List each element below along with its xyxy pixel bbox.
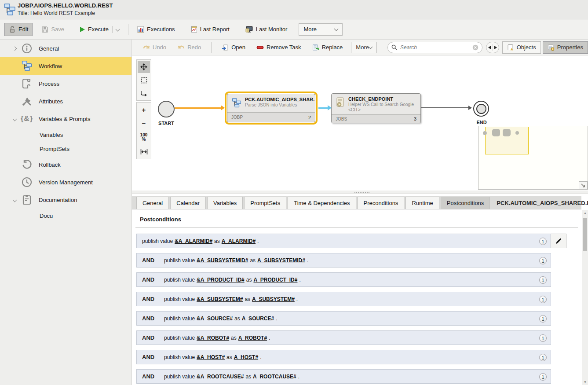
minimap[interactable] [478,126,588,190]
edit-row-button[interactable] [551,234,566,248]
tab-preconditions[interactable]: Preconditions [358,197,405,209]
zoom-level[interactable]: 100 % [138,130,150,145]
panel-scrollbar[interactable]: ▲ ▼ [582,210,588,385]
source-variable-link[interactable]: &A_HOST# [197,354,225,360]
clear-search-icon[interactable] [472,44,478,51]
tab-variables[interactable]: Variables [207,197,243,209]
sidebar-item-docu[interactable]: Docu [0,209,131,223]
terminator-label: . [296,296,298,302]
open-button[interactable]: Open [219,42,248,53]
panel-splitter[interactable] [132,191,588,194]
as-label: as [246,277,252,283]
tab-runtime[interactable]: Runtime [405,197,439,209]
tab-postconditions[interactable]: Postconditions [441,197,490,209]
edge-pck-to-check[interactable] [318,107,328,109]
undo-button[interactable]: Undo [140,42,169,53]
target-variable-link[interactable]: A_SUBSYSTEM# [252,296,295,302]
remove-task-button[interactable]: Remove Task [253,42,304,53]
save-icon [41,26,48,33]
target-variable-link[interactable]: A_ROOTCAUSE# [253,374,296,380]
postcondition-row[interactable]: ANDpublish value&A_SOURCE#asA_SOURCE#.1 [136,311,551,326]
sidebar-item-general[interactable]: General [0,40,131,57]
postcondition-row[interactable]: ANDpublish value&A_ROOTCAUSE#asA_ROOTCAU… [136,369,551,384]
source-variable-link[interactable]: &A_SOURCE# [197,315,233,322]
row-count-badge: 1 [539,334,547,342]
source-variable-link[interactable]: &A_ROOTCAUSE# [197,374,244,380]
objects-button[interactable]: Objects [502,41,541,54]
sidebar-item-process[interactable]: Process [0,75,131,92]
last-monitor-button[interactable]: Last Monitor [241,23,292,36]
canvas-more-dropdown[interactable]: More [351,42,377,53]
tab-calendar[interactable]: Calendar [170,197,206,209]
node-pck-automic-aiops[interactable]: PCK.AUTOMIC_AIOPS_SHAR... Parse JSON int… [227,94,315,122]
target-variable-link[interactable]: A_PRODUCT_ID# [253,277,297,283]
previous-result-button[interactable] [486,42,493,53]
connector-tool-button[interactable] [138,87,150,99]
postcondition-row[interactable]: ANDpublish value&A_SUBSYSTEM#asA_SUBSYST… [136,292,551,306]
postcondition-row[interactable]: publish value&A_ALARMID#asA_ALARMID#.1 [136,234,551,248]
more-dropdown[interactable]: More [299,23,343,36]
zoom-in-button[interactable]: + [138,103,150,116]
sidebar-item-documentation[interactable]: Documentation [0,191,131,209]
save-button[interactable]: Save [37,23,69,36]
action-label: publish value [164,296,195,302]
search-input[interactable] [400,44,469,51]
fit-width-button[interactable] [138,146,150,158]
zoom-out-button[interactable]: − [138,117,150,129]
workflow-canvas[interactable]: + − 100 % START [132,55,588,191]
select-tool-button[interactable] [138,74,150,86]
scroll-down-icon[interactable]: ▼ [582,379,588,385]
target-variable-link[interactable]: A_HOST# [234,354,258,360]
sidebar-item-attributes[interactable]: Attributes [0,92,131,110]
node-check-endpoint[interactable]: CHECK_ENDPOINT Helper WS Call to Search … [331,93,421,123]
sidebar-item-rollback[interactable]: Rollback [0,156,131,173]
tab-time-dependencies[interactable]: Time & Dependencies [288,197,356,209]
execute-split-divider [112,26,113,33]
sidebar-item-version-management[interactable]: Version Management [0,173,131,191]
scroll-up-icon[interactable]: ▲ [582,210,588,216]
source-variable-link[interactable]: &A_SUBSYSTEMID# [197,257,248,264]
last-report-button[interactable]: Last Report [186,23,234,36]
source-variable-link[interactable]: &A_SUBSYSTEM# [197,296,243,302]
pan-tool-button[interactable] [138,61,150,73]
edge-check-to-end[interactable] [421,107,469,108]
source-variable-link[interactable]: &A_ALARMID# [175,238,212,244]
replace-button[interactable]: Replace [309,42,346,53]
action-label: publish value [164,277,195,283]
edit-button[interactable]: Edit [4,23,33,36]
sidebar-item-variables-prompts[interactable]: {&}Variables & Prompts [0,110,131,128]
postcondition-row[interactable]: ANDpublish value&A_ROBOT#asA_ROBOT#.1 [136,330,551,345]
selected-node-frame: PCK.AUTOMIC_AIOPS_SHAR... Parse JSON int… [225,92,318,125]
monitor-icon [245,26,253,33]
sidebar-item-promptsets[interactable]: PromptSets [0,142,131,156]
execute-dropdown-icon[interactable] [116,27,120,32]
sidebar-item-variables[interactable]: Variables [0,128,131,142]
execute-button[interactable]: Execute [75,23,124,36]
sidebar-item-label: Version Management [0,179,93,186]
end-node[interactable] [473,101,489,117]
document-tab[interactable]: PCK.AUTOMIC_AIOPS_SHARED.PUB.ACTIO... ✕ [491,197,588,209]
redo-button[interactable]: Redo [175,42,204,53]
source-variable-link[interactable]: &A_PRODUCT_ID# [197,277,245,283]
executions-button[interactable]: Executions [133,23,179,36]
search-box[interactable] [387,42,482,53]
target-variable-link[interactable]: A_SOURCE# [242,315,274,322]
sidebar-item-workflow[interactable]: Workflow [0,57,131,75]
scrollbar-thumb[interactable] [583,218,587,251]
minimap-resize-handle[interactable] [579,181,588,190]
target-variable-link[interactable]: A_ROBOT# [238,335,267,341]
terminator-label: . [299,277,300,283]
postcondition-row[interactable]: ANDpublish value&A_PRODUCT_ID#asA_PRODUC… [136,272,551,287]
edge-start-to-pck[interactable] [175,107,221,109]
next-result-button[interactable] [493,42,499,53]
source-variable-link[interactable]: &A_ROBOT# [197,335,229,341]
postcondition-row[interactable]: ANDpublish value&A_SUBSYSTEMID#asA_SUBSY… [136,253,551,268]
tab-general[interactable]: General [136,197,169,209]
start-node[interactable] [158,101,175,117]
properties-button[interactable]: Properties [543,41,588,54]
target-variable-link[interactable]: A_SUBSYSTEMID# [257,257,305,264]
row-count-badge: 1 [539,276,547,284]
postcondition-row[interactable]: ANDpublish value&A_HOST#asA_HOST#.1 [136,350,551,364]
target-variable-link[interactable]: A_ALARMID# [222,238,256,244]
tab-promptsets[interactable]: PromptSets [244,197,286,209]
